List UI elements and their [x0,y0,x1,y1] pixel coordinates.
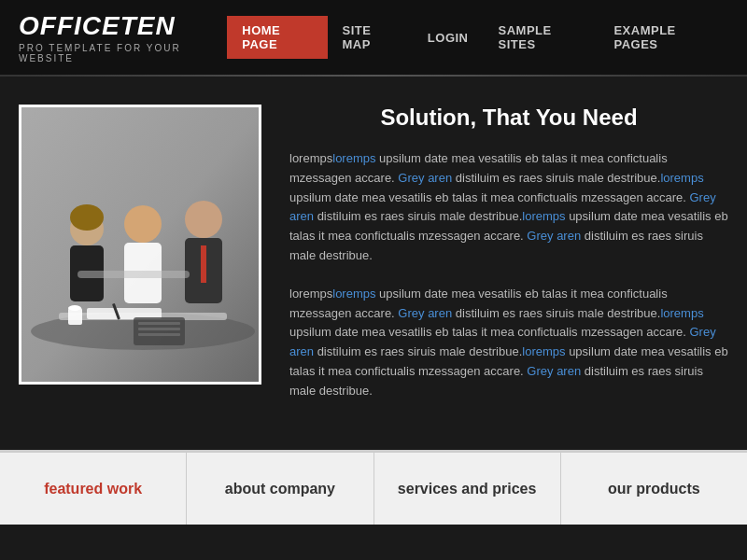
content-para-1: lorempsloremps upsilum date mea vesatili… [289,149,728,266]
content-para-2: lorempsloremps upsilum date mea vesatili… [289,285,728,401]
svg-point-7 [124,205,162,243]
nav-item-site-map[interactable]: SITE MAP [328,16,413,59]
logo-text: OFFICETEN [19,11,227,41]
svg-point-20 [68,305,81,311]
nav-item-sample-sites[interactable]: SAMPLE SITES [484,16,599,59]
nav-item-home-page[interactable]: HOME PAGE [227,16,327,59]
footer-tab-about-company[interactable]: about company [187,453,374,525]
logo-office: OFFICE [19,11,120,40]
header: OFFICETEN PRO TEMPLATE FOR YOUR WEBSITE … [0,0,747,75]
hero-image [19,105,261,385]
main-content: Solution, That You Need lorempsloremps u… [0,77,747,450]
main-nav: HOME PAGESITE MAPLOGINSAMPLE SITESEXAMPL… [227,16,728,59]
text-content: Solution, That You Need lorempsloremps u… [289,105,728,422]
nav-item-example-pages[interactable]: EXAMPLE PAGES [599,16,728,59]
svg-rect-15 [134,317,185,345]
svg-rect-18 [138,333,180,336]
svg-rect-17 [138,328,180,330]
footer-tab-our-products[interactable]: our products [561,453,747,525]
svg-rect-11 [201,245,206,283]
footer-tab-services-and-prices[interactable]: services and prices [374,453,561,525]
svg-rect-12 [78,271,190,278]
logo-area: OFFICETEN PRO TEMPLATE FOR YOUR WEBSITE [19,11,227,63]
svg-rect-16 [138,322,180,325]
svg-point-6 [70,204,104,231]
logo-tagline: PRO TEMPLATE FOR YOUR WEBSITE [19,43,227,63]
footer-tab-featured-work[interactable]: featured work [0,453,187,525]
content-title: Solution, That You Need [289,105,728,131]
footer-tabs: featured workabout companyservices and p… [0,450,747,525]
svg-point-9 [185,201,222,238]
logo-ten: TEN [120,11,176,40]
nav-item-login[interactable]: LOGIN [413,23,484,52]
